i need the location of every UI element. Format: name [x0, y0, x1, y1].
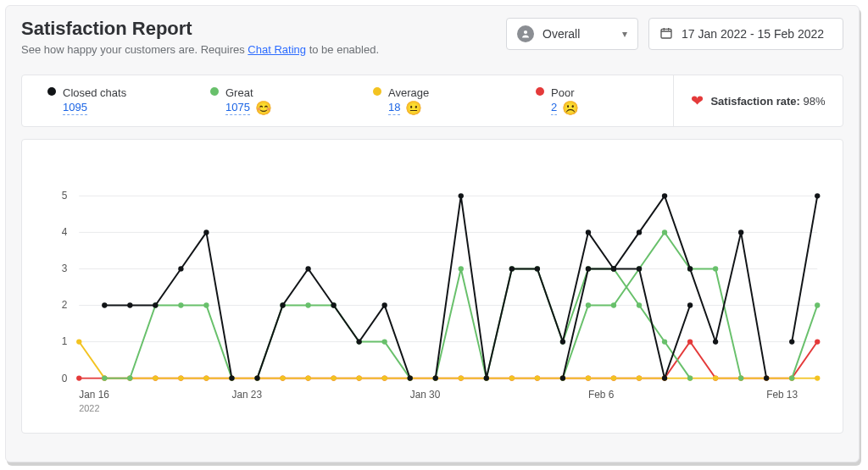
svg-point-139 — [586, 266, 591, 271]
svg-point-141 — [637, 229, 642, 235]
svg-point-102 — [662, 339, 667, 344]
svg-point-83 — [178, 302, 183, 307]
svg-text:2022: 2022 — [79, 403, 99, 413]
svg-point-67 — [509, 375, 515, 380]
summary-poor-label: Poor — [551, 86, 658, 99]
svg-point-105 — [586, 302, 591, 307]
neutral-icon: 😐 — [405, 102, 422, 115]
svg-point-130 — [509, 266, 515, 271]
svg-point-118 — [203, 229, 209, 235]
svg-point-101 — [637, 302, 642, 307]
smile-icon: 😊 — [255, 102, 272, 115]
svg-point-20 — [76, 375, 81, 380]
svg-text:Feb 13: Feb 13 — [766, 389, 798, 401]
svg-point-116 — [153, 302, 158, 307]
svg-point-117 — [178, 266, 183, 271]
svg-point-140 — [611, 266, 616, 271]
svg-point-80 — [102, 375, 107, 380]
scope-select[interactable]: Overall ▾ — [506, 18, 638, 50]
svg-text:1: 1 — [62, 336, 68, 348]
svg-point-44 — [687, 339, 693, 344]
svg-point-126 — [408, 375, 413, 380]
svg-point-129 — [484, 375, 489, 380]
svg-text:2: 2 — [62, 299, 68, 311]
svg-point-72 — [637, 375, 642, 380]
poor-bullet-icon — [536, 87, 544, 96]
scope-label: Overall — [542, 27, 580, 41]
svg-point-142 — [662, 193, 667, 198]
satisfaction-value: 98% — [804, 95, 826, 108]
svg-point-123 — [331, 302, 336, 307]
svg-point-81 — [127, 375, 132, 380]
svg-point-88 — [305, 302, 310, 307]
svg-text:5: 5 — [62, 190, 68, 202]
date-range-label: 17 Jan 2022 - 15 Feb 2022 — [682, 27, 824, 41]
svg-point-94 — [459, 266, 464, 271]
page-title: Satisfaction Report — [21, 18, 379, 40]
svg-point-112 — [789, 375, 794, 380]
summary-great[interactable]: Great 1075😊 — [185, 75, 348, 126]
svg-text:Jan 30: Jan 30 — [410, 389, 441, 401]
svg-point-125 — [382, 302, 387, 307]
satisfaction-label: Satisfaction rate: — [710, 95, 799, 108]
summary-average-value[interactable]: 18 — [388, 101, 400, 115]
svg-point-75 — [713, 375, 718, 380]
summary-closed-label: Closed chats — [63, 86, 170, 99]
closed-bullet-icon — [47, 87, 56, 96]
date-range-picker[interactable]: 17 Jan 2022 - 15 Feb 2022 — [648, 18, 843, 50]
svg-point-65 — [459, 375, 464, 380]
svg-point-61 — [356, 375, 361, 380]
person-icon — [517, 25, 534, 42]
svg-point-131 — [535, 266, 540, 271]
svg-point-133 — [586, 229, 591, 235]
header-text: Satisfaction Report See how happy your c… — [21, 18, 379, 56]
report-page: Satisfaction Report See how happy your c… — [5, 5, 860, 462]
svg-point-53 — [153, 375, 158, 380]
frown-icon: ☹️ — [562, 102, 579, 115]
svg-point-91 — [382, 339, 387, 344]
svg-point-127 — [433, 375, 438, 380]
great-bullet-icon — [210, 87, 219, 96]
subtitle-suffix: to be enabled. — [306, 43, 379, 56]
svg-point-55 — [203, 375, 209, 380]
svg-point-54 — [178, 375, 183, 380]
summary-average[interactable]: Average 18😐 — [348, 75, 510, 126]
summary-closed-value[interactable]: 1095 — [63, 101, 87, 115]
svg-point-71 — [611, 375, 616, 380]
summary-poor[interactable]: Poor 2☹️ — [510, 75, 673, 126]
subtitle-prefix: See how happy your customers are. Requir… — [21, 43, 248, 56]
svg-point-70 — [586, 375, 591, 380]
chat-rating-link[interactable]: Chat Rating — [248, 43, 306, 56]
svg-point-50 — [76, 339, 81, 344]
heart-icon: ❤ — [691, 91, 704, 110]
svg-point-0 — [524, 30, 527, 34]
summary-great-value[interactable]: 1075 — [225, 101, 250, 115]
svg-point-146 — [764, 375, 769, 380]
line-chart: 012345Jan 162022Jan 23Jan 30Feb 6Feb 13 — [31, 145, 834, 426]
svg-point-111 — [738, 375, 743, 380]
chart-container: 012345Jan 162022Jan 23Jan 30Feb 6Feb 13 — [21, 139, 843, 434]
svg-point-103 — [687, 375, 693, 380]
svg-text:0: 0 — [62, 373, 68, 384]
summary-poor-value[interactable]: 2 — [551, 101, 557, 115]
svg-point-113 — [815, 302, 820, 307]
svg-text:Jan 16: Jan 16 — [79, 389, 109, 401]
svg-point-114 — [102, 302, 107, 307]
svg-point-108 — [662, 229, 667, 235]
svg-point-138 — [560, 375, 565, 380]
summary-average-label: Average — [388, 86, 495, 99]
svg-point-137 — [687, 302, 693, 307]
svg-point-124 — [356, 339, 361, 344]
summary-closed[interactable]: Closed chats 1095 — [22, 75, 185, 126]
svg-point-49 — [815, 339, 820, 344]
chevron-down-icon: ▾ — [622, 28, 627, 40]
svg-point-132 — [560, 339, 565, 344]
svg-point-110 — [713, 266, 718, 271]
svg-point-148 — [815, 193, 820, 198]
svg-text:Jan 23: Jan 23 — [231, 389, 262, 401]
svg-point-60 — [331, 375, 336, 380]
satisfaction-rate: ❤ Satisfaction rate: 98% — [673, 75, 843, 126]
calendar-icon — [659, 26, 673, 42]
svg-point-121 — [280, 302, 285, 307]
svg-point-122 — [305, 266, 310, 271]
